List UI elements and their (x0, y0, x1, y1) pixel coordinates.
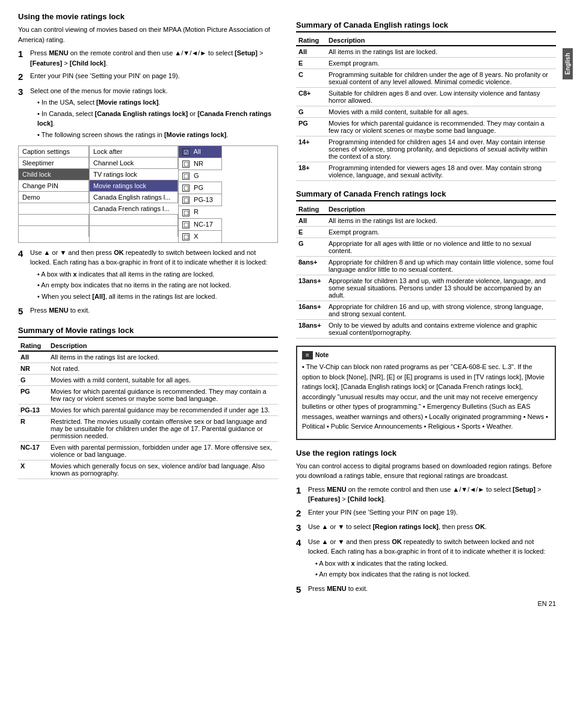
menu-opt-g: ☐ G (179, 170, 222, 182)
table-row: NC-17Even with parental permission, forb… (18, 441, 278, 460)
menu-col2-empty1 (90, 215, 178, 226)
menu-col2: Lock after Channel Lock TV ratings lock … (90, 146, 179, 242)
side-tab-english: English (563, 48, 573, 79)
step-1: 1 Press MENU on the remote control and t… (18, 48, 278, 68)
region-intro: You can control access to digital progra… (296, 461, 556, 481)
table-row: 13ans+Appropriate for children 13 and up… (296, 275, 556, 301)
note-label: Note (315, 350, 329, 359)
table-row: 18ans+Only to be viewed by adults and co… (296, 320, 556, 338)
region-step-1: 1 Press MENU on the remote control and t… (296, 485, 556, 504)
region-step-3: 3 Use ▲ or ▼ to select [Region ratings l… (296, 522, 556, 534)
col-rating-fr: Rating (296, 204, 326, 215)
table-row: 18+Programming intended for viewers ages… (296, 162, 556, 181)
menu-opt-x: ☐ X (179, 231, 222, 242)
table-row: CProgramming suitable for children under… (296, 69, 556, 88)
table-row: C8+Suitable for children ages 8 and over… (296, 88, 556, 106)
right-column: English Summary of Canada English rating… (296, 12, 556, 607)
menu-opt-nr: ☐ NR (179, 158, 222, 170)
menu-movie-ratings: Movie ratings lock (90, 180, 178, 192)
region-step-5: 5 Press MENU to exit. (296, 584, 556, 596)
table-row: EExempt program. (296, 58, 556, 69)
table-row: 16ans+Appropriate for children 16 and up… (296, 301, 556, 320)
section-title-region-lock: Use the region ratings lock (296, 448, 556, 457)
note-header: ≡ Note (302, 350, 550, 359)
table-row: PGMovies for which parental guidance is … (18, 385, 278, 404)
left-column: Using the movie ratings lock You can con… (18, 12, 278, 607)
steps-list-2: 4 Use ▲ or ▼ and then press OK repeatedl… (18, 248, 278, 317)
table-row: PG-13Movies for which parental guidance … (18, 404, 278, 415)
col-desc-fr: Description (326, 204, 556, 215)
col-description: Description (48, 341, 278, 351)
table-row: PGMovies for which parental guidance is … (296, 118, 556, 136)
menu-opt-pg: ☐ PG (179, 182, 222, 194)
region-step-4: 4 Use ▲ or ▼ and then press OK repeatedl… (296, 537, 556, 581)
menu-col2-empty2 (90, 226, 178, 237)
table-row: AllAll items in the ratings list are loc… (296, 215, 556, 227)
canada-english-table: Rating Description AllAll items in the r… (296, 35, 556, 181)
col-rating-en: Rating (296, 35, 326, 46)
menu-item-empty1 (19, 203, 89, 215)
region-step-2: 2 Enter your PIN (see 'Setting your PIN'… (296, 507, 556, 519)
menu-item-empty2 (19, 215, 89, 226)
table-row: 8ans+Appropriate for children 8 and up w… (296, 257, 556, 275)
menu-opt-r: ☐ R (179, 206, 222, 218)
note-text: • The V-Chip can block non rated program… (302, 362, 550, 432)
menu-item-sleep: Sleeptimer (19, 158, 89, 169)
table-row: GAppropriate for all ages with little or… (296, 238, 556, 257)
menu-opt-pg13: ☐ PG-13 (179, 194, 222, 206)
region-steps: 1 Press MENU on the remote control and t… (296, 485, 556, 596)
table-row: GMovies with a mild content, suitable fo… (296, 106, 556, 118)
menu-canada-english: Canada English ratings l... (90, 192, 178, 203)
page-number: EN 21 (296, 600, 556, 607)
menu-canada-french: Canada French ratings l... (90, 203, 178, 215)
menu-tv-ratings: TV ratings lock (90, 169, 178, 180)
menu-item-empty3 (19, 226, 89, 237)
table-row: 14+Programming intended for children age… (296, 136, 556, 162)
section-title-canada-french: Summary of Canada French ratings lock (296, 189, 556, 201)
menu-item-changepin: Change PIN (19, 180, 89, 192)
menu-item-caption: Caption settings (19, 146, 89, 158)
menu-col1: Caption settings Sleeptimer Child lock C… (19, 146, 90, 242)
canada-french-table: Rating Description AllAll items in the r… (296, 204, 556, 338)
menu-col3: ☑ All ☐ NR ☐ G ☐ PG ☐ PG-13 ☐ R ☐ NC-17 … (179, 146, 222, 242)
note-box: ≡ Note • The V-Chip can block non rated … (296, 346, 556, 440)
menu-opt-all: ☑ All (179, 146, 222, 158)
table-row: NRNot rated. (18, 362, 278, 374)
steps-list: 1 Press MENU on the remote control and t… (18, 48, 278, 141)
section-title-movie-summary: Summary of Movie ratings lock (18, 326, 278, 338)
step-4: 4 Use ▲ or ▼ and then press OK repeatedl… (18, 248, 278, 303)
menu-lock-after: Lock after (90, 146, 178, 158)
table-row: XMovies which generally focus on sex, vi… (18, 460, 278, 479)
step-3: 3 Select one of the menus for movie rati… (18, 86, 278, 141)
table-row: RRestricted. The movies usually contain … (18, 415, 278, 441)
step-2: 2 Enter your PIN (see 'Setting your PIN'… (18, 71, 278, 83)
menu-item-demo: Demo (19, 192, 89, 203)
menu-opt-nc17: ☐ NC-17 (179, 219, 222, 231)
section-title-movie-ratings: Using the movie ratings lock (18, 12, 278, 21)
step-5: 5 Press MENU to exit. (18, 305, 278, 317)
movie-ratings-table: Rating Description AllAll items in the r… (18, 341, 278, 479)
menu-item-childlock: Child lock (19, 169, 89, 180)
table-row: EExempt program. (296, 227, 556, 238)
table-row: GMovies with a mild content, suitable fo… (18, 374, 278, 385)
col-rating: Rating (18, 341, 48, 351)
section-intro: You can control viewing of movies based … (18, 25, 278, 44)
menu-ui: Caption settings Sleeptimer Child lock C… (18, 145, 278, 243)
menu-channel-lock: Channel Lock (90, 158, 178, 169)
note-icon: ≡ (302, 351, 313, 359)
table-row: AllAll items in the ratings list are loc… (18, 351, 278, 363)
col-desc-en: Description (326, 35, 556, 46)
table-row: AllAll items in the ratings list are loc… (296, 46, 556, 58)
section-title-canada-english: Summary of Canada English ratings lock (296, 20, 556, 32)
